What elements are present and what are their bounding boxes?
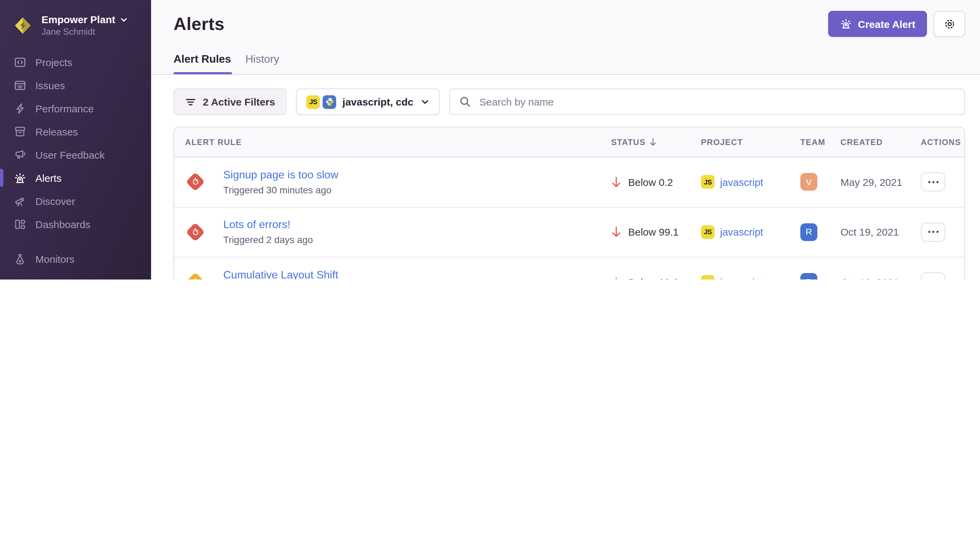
javascript-icon: JS (701, 225, 714, 239)
status-value: Below 99.1 (628, 227, 678, 238)
create-alert-button[interactable]: Create Alert (828, 11, 927, 37)
sort-descending-icon (649, 137, 657, 146)
search-icon (460, 96, 471, 108)
status-value: Below 0.2 (628, 176, 673, 188)
python-icon (323, 95, 336, 109)
main-content: Alerts Create Alert Alert Rules History (151, 0, 980, 280)
org-name: Empower Plant (41, 13, 115, 26)
alert-critical-icon (186, 173, 205, 192)
sidebar-item-dashboards[interactable]: Dashboards (0, 212, 151, 236)
row-actions-button[interactable] (921, 273, 945, 280)
sidebar-item-projects[interactable]: Projects (0, 50, 151, 74)
org-switcher[interactable]: Empower Plant Jane Schmidt (0, 0, 151, 38)
alert-rule-link[interactable]: Signup page is too slow (223, 169, 338, 181)
javascript-icon: JS (701, 275, 714, 280)
sidebar-item-monitors[interactable]: Monitors (0, 247, 151, 270)
issues-icon (13, 79, 26, 92)
alert-rule-subtitle: Triggered 2 days ago (223, 235, 313, 245)
sidebar: Empower Plant Jane Schmidt Projects Issu… (0, 0, 151, 280)
table-row: Cumulative Layout Shift Triggered an hou… (174, 257, 964, 280)
alerts-settings-button[interactable] (934, 11, 965, 37)
sidebar-item-releases[interactable]: Releases (0, 120, 151, 143)
tab-alert-rules[interactable]: Alert Rules (173, 53, 233, 74)
sidebar-nav-main: Projects Issues Performance Releases Use… (0, 50, 151, 236)
team-badge: R (800, 223, 817, 241)
status-value: Below 99.8 (628, 276, 678, 280)
row-actions-button[interactable] (921, 223, 945, 242)
sidebar-item-label: Releases (35, 126, 78, 137)
page-header: Alerts Create Alert Alert Rules History (151, 0, 980, 75)
project-link[interactable]: javascript (720, 227, 763, 238)
project-link[interactable]: javascript (720, 176, 763, 188)
flask-icon (13, 252, 26, 265)
gear-icon (943, 17, 956, 30)
sidebar-item-issues[interactable]: Issues (0, 74, 151, 97)
sidebar-item-label: Alerts (35, 172, 62, 184)
active-filters-label: 2 Active Filters (203, 96, 275, 108)
arrow-down-icon (611, 276, 621, 280)
project-selector[interactable]: JS javascript, cdc (296, 89, 440, 115)
alert-rule-link[interactable]: Lots of errors! (223, 219, 313, 231)
table-row: Lots of errors! Triggered 2 days ago Bel… (174, 207, 964, 257)
lightning-icon (13, 102, 26, 115)
project-link[interactable]: javascript (720, 276, 763, 280)
column-header-actions: ACTIONS (921, 137, 964, 147)
sidebar-item-label: Performance (35, 103, 94, 114)
sidebar-item-user-feedback[interactable]: User Feedback (0, 143, 151, 166)
sidebar-item-label: User Feedback (35, 149, 104, 160)
tab-bar: Alert Rules History (173, 53, 281, 74)
sidebar-item-label: Issues (35, 79, 65, 91)
javascript-icon: JS (701, 175, 714, 189)
team-badge: V (800, 173, 817, 191)
created-date: May 29, 2021 (840, 176, 921, 188)
alerts-body: 2 Active Filters JS javascript, cdc (151, 75, 980, 280)
column-header-project[interactable]: PROJECT (701, 137, 800, 147)
alert-rules-table: ALERT RULE STATUS PROJECT TEAM CREATED A… (173, 127, 965, 280)
column-header-team[interactable]: TEAM (800, 137, 840, 147)
telescope-icon (13, 194, 26, 207)
chevron-down-icon (120, 16, 128, 24)
tab-history[interactable]: History (245, 53, 281, 74)
project-selector-label: javascript, cdc (342, 96, 413, 108)
table-row: Signup page is too slow Triggered 30 min… (174, 157, 964, 207)
projects-icon (13, 56, 26, 68)
table-header: ALERT RULE STATUS PROJECT TEAM CREATED A… (174, 127, 964, 157)
sidebar-item-performance[interactable]: Performance (0, 97, 151, 120)
filter-row: 2 Active Filters JS javascript, cdc (173, 89, 965, 115)
page-title: Alerts (173, 12, 224, 35)
team-badge: R (800, 273, 817, 280)
alerts-page: Empower Plant Jane Schmidt Projects Issu… (0, 0, 980, 280)
alert-critical-icon (186, 223, 205, 242)
column-header-created[interactable]: CREATED (840, 137, 921, 147)
sidebar-item-label: Projects (35, 56, 72, 68)
sidebar-item-alerts[interactable]: Alerts (0, 166, 151, 189)
user-name: Jane Schmidt (41, 26, 128, 38)
org-logo-icon (13, 17, 32, 35)
siren-icon (840, 18, 852, 30)
created-date: Oct 19, 2021 (840, 227, 921, 238)
sidebar-item-label: Monitors (35, 253, 74, 265)
chevron-down-icon (421, 98, 430, 106)
javascript-icon: JS (306, 95, 320, 109)
sidebar-item-discover[interactable]: Discover (0, 189, 151, 212)
search-input[interactable] (478, 95, 955, 108)
filter-icon (185, 96, 196, 107)
megaphone-icon (13, 148, 26, 161)
created-date: Oct 12, 2021 (840, 276, 921, 280)
column-header-alert-rule[interactable]: ALERT RULE (174, 137, 611, 147)
create-alert-label: Create Alert (858, 18, 916, 30)
arrow-down-icon (611, 176, 621, 188)
alert-rule-subtitle: Triggered 30 minutes ago (223, 185, 338, 195)
siren-icon (13, 171, 26, 184)
row-actions-button[interactable] (921, 173, 945, 192)
sidebar-item-label: Discover (35, 195, 75, 207)
alert-warning-icon (186, 273, 205, 280)
sidebar-nav-monitors: Monitors (0, 247, 151, 270)
dashboards-icon (13, 218, 26, 230)
column-header-status[interactable]: STATUS (611, 137, 701, 147)
alert-rule-link[interactable]: Cumulative Layout Shift (223, 269, 338, 280)
search-bar (449, 89, 965, 115)
arrow-down-icon (611, 227, 621, 238)
active-filters-button[interactable]: 2 Active Filters (173, 89, 287, 115)
sidebar-item-label: Dashboards (35, 218, 91, 230)
